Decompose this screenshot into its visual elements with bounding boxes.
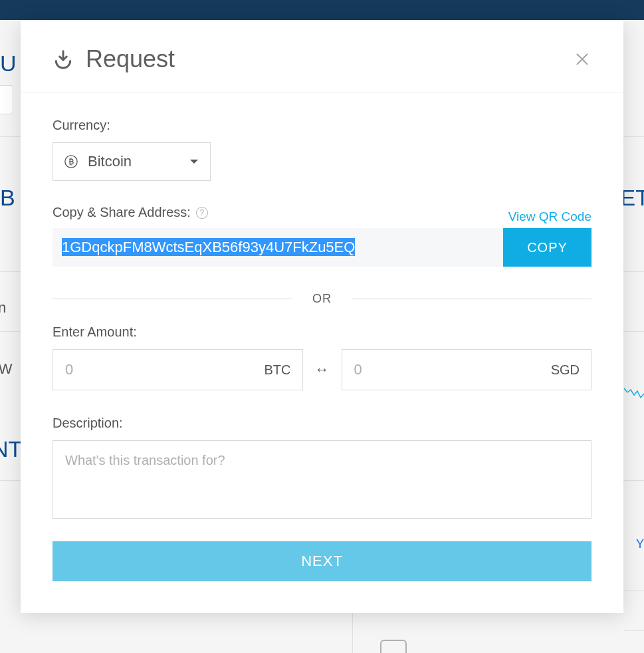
address-row: 1GDqckpFM8WctsEqXB56f93y4U7FkZu5EQ COPY xyxy=(53,228,591,267)
address-section: Copy & Share Address: ? View QR Code 1GD… xyxy=(53,205,591,267)
modal-header: Request xyxy=(21,20,623,92)
modal-overlay: Request Currency: Bitcoin xyxy=(0,20,644,653)
app-topbar xyxy=(0,0,644,20)
address-value: 1GDqckpFM8WctsEqXB56f93y4U7FkZu5EQ xyxy=(62,238,355,256)
divider-line xyxy=(53,299,292,299)
currency-selected-value: Bitcoin xyxy=(88,153,132,170)
amount-label: Enter Amount: xyxy=(53,325,591,340)
swap-icon[interactable]: ↔ xyxy=(315,361,330,378)
copy-button[interactable]: COPY xyxy=(503,228,591,267)
amount-fiat-wrap: SGD xyxy=(342,349,592,390)
divider-line xyxy=(352,299,591,299)
bitcoin-icon xyxy=(64,154,78,169)
btc-suffix: BTC xyxy=(265,362,291,378)
or-divider: OR xyxy=(53,292,591,306)
help-icon[interactable]: ? xyxy=(196,207,208,219)
or-text: OR xyxy=(312,292,332,306)
view-qr-link[interactable]: View QR Code xyxy=(508,209,591,224)
address-header: Copy & Share Address: ? View QR Code xyxy=(53,205,591,228)
address-label: Copy & Share Address: xyxy=(53,205,191,220)
address-label-row: Copy & Share Address: ? xyxy=(53,205,208,220)
modal-title-group: Request xyxy=(53,45,175,73)
next-button[interactable]: NEXT xyxy=(53,541,591,581)
address-display[interactable]: 1GDqckpFM8WctsEqXB56f93y4U7FkZu5EQ xyxy=(53,228,503,267)
fiat-suffix: SGD xyxy=(551,362,580,378)
description-section: Description: xyxy=(53,416,591,521)
close-button[interactable] xyxy=(573,50,591,68)
modal-title: Request xyxy=(86,45,175,73)
currency-label: Currency: xyxy=(53,118,591,133)
modal-body: Currency: Bitcoin Copy & Share Address: … xyxy=(21,92,623,613)
amount-row: BTC ↔ SGD xyxy=(53,349,591,390)
request-modal: Request Currency: Bitcoin xyxy=(21,20,623,613)
description-input[interactable] xyxy=(53,440,591,519)
request-icon xyxy=(53,49,74,70)
amount-btc-wrap: BTC xyxy=(53,349,303,390)
chevron-down-icon xyxy=(190,160,198,164)
description-label: Description: xyxy=(53,416,591,431)
currency-select[interactable]: Bitcoin xyxy=(53,142,211,181)
